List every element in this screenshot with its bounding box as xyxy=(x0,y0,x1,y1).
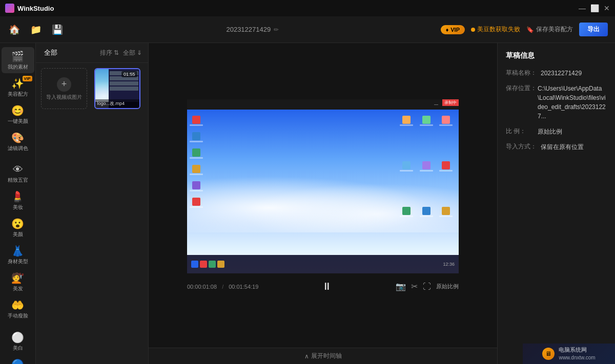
watermark: 🖥 电脑系统网 www.dnxtw.com xyxy=(523,344,615,364)
desktop-icon-3 xyxy=(189,146,203,161)
vip-button[interactable]: ♦ VIP xyxy=(441,25,465,34)
desktop-taskbar: 12:36 xyxy=(187,255,459,273)
main-area: 🎬 我的素材 VIP ✨ 美容配方 😊 一键美颜 🎨 滤镜调色 👁 精致五官 💄… xyxy=(0,43,615,364)
sidebar-item-features[interactable]: 👁 精致五官 xyxy=(2,161,34,186)
sidebar-item-beauty-recipe[interactable]: VIP ✨ 美容配方 xyxy=(2,74,34,100)
app-logo: WinkStudio xyxy=(5,4,54,13)
filter-icon: ⇓ xyxy=(137,49,142,56)
sidebar-item-my-media[interactable]: 🎬 我的素材 xyxy=(2,47,34,73)
current-time: 00:00:01:08 xyxy=(187,284,217,290)
pause-button[interactable]: ⏸ xyxy=(319,279,335,295)
draft-path-row: 保存位置： C:\Users\User\AppData\Local\WinkSt… xyxy=(506,84,607,121)
desktop-right-icon-2 xyxy=(419,114,434,128)
close-button[interactable]: ✕ xyxy=(604,5,610,11)
home-button[interactable]: 🏠 xyxy=(7,23,22,37)
draft-path-value: C:\Users\User\AppData\Local\WinkStudio\f… xyxy=(538,84,607,121)
save-draft-button[interactable]: 💾 xyxy=(50,23,65,37)
watermark-site: 电脑系统网 xyxy=(559,346,595,354)
export-button[interactable]: 导出 xyxy=(579,23,608,36)
preview-area: — □ ✕ 录制中 xyxy=(149,43,497,364)
desktop-icon-6 xyxy=(189,196,203,210)
crop-button[interactable]: ✂ xyxy=(411,282,418,291)
sidebar-item-whitening[interactable]: ⚪ 美白 xyxy=(2,328,34,354)
win-red-badge: 录制中 xyxy=(442,99,459,106)
sidebar-item-smoothing[interactable]: 🔵 磨皮 xyxy=(2,355,34,364)
win-minimize[interactable]: — xyxy=(434,102,440,107)
my-media-label: 我的素材 xyxy=(8,64,28,70)
toolbar-title: 202312271429 ✏ xyxy=(72,26,434,33)
desktop-right-icon-5 xyxy=(419,159,434,174)
whitening-label: 美白 xyxy=(13,345,23,351)
sidebar-item-makeup[interactable]: 💄 美妆 xyxy=(2,187,34,213)
sidebar-item-body[interactable]: 👗 身材美型 xyxy=(2,242,34,268)
desktop-right-icon-1 xyxy=(399,114,414,128)
watermark-icon: 🖥 xyxy=(542,348,555,360)
hair-label: 美发 xyxy=(13,286,23,292)
sidebar-item-slim-face[interactable]: 🤲 手动瘦脸 xyxy=(2,296,34,322)
features-icon: 👁 xyxy=(13,164,23,176)
fullscreen-button[interactable]: ⛶ xyxy=(423,282,431,291)
makeup-icon: 💄 xyxy=(11,190,24,203)
draft-info-title: 草稿信息 xyxy=(506,51,607,60)
smoothing-icon: 🔵 xyxy=(11,358,24,364)
media-tabs: 全部 排序 ⇅ 全部 ⇓ xyxy=(36,43,148,63)
tab-all[interactable]: 全部 xyxy=(42,47,59,58)
onekey-label: 一键美颜 xyxy=(8,118,28,124)
beauty-recipe-label: 美容配方 xyxy=(8,91,28,97)
desktop-right-icon-6 xyxy=(439,159,453,174)
video-window-bar: — □ ✕ 录制中 xyxy=(187,99,459,110)
maximize-button[interactable]: ⬜ xyxy=(591,5,598,11)
player-controls: 00:00:01:08 / 00:01:54:19 ⏸ 📷 ✂ ⛶ 原始比例 xyxy=(187,273,459,298)
draft-name-row: 草稿名称： 202312271429 xyxy=(506,69,607,78)
meimao-label: 美豆数获取失败 xyxy=(477,25,520,34)
filter-icon: 🎨 xyxy=(11,132,24,144)
sort-button[interactable]: 排序 ⇅ xyxy=(100,49,119,57)
desktop-icon-5 xyxy=(189,179,203,194)
draft-import-label: 导入方式： xyxy=(506,142,537,151)
folder-button[interactable]: 📁 xyxy=(29,23,43,37)
media-duration: 01:55 xyxy=(121,71,137,77)
sidebar-item-filter[interactable]: 🎨 滤镜调色 xyxy=(2,129,34,155)
media-item[interactable]: 01:55 logo...改.mp4 xyxy=(94,68,140,109)
window-controls: — ⬜ ✕ xyxy=(579,5,610,11)
makeup-label: 美妆 xyxy=(13,204,23,210)
sidebar-item-beauty[interactable]: 😮 美颜 xyxy=(2,215,34,241)
screenshot-button[interactable]: 📷 xyxy=(396,282,406,291)
sort-icon: ⇅ xyxy=(114,49,119,56)
meimao-button[interactable]: 美豆数获取失败 xyxy=(471,25,520,34)
slim-face-label: 手动瘦脸 xyxy=(8,313,28,319)
draft-title-text: 202312271429 xyxy=(226,26,271,33)
ratio-button[interactable]: 原始比例 xyxy=(436,283,459,290)
desktop-background: 12:36 xyxy=(187,110,459,273)
vip-diamond-icon: ♦ xyxy=(446,27,449,33)
draft-import-row: 导入方式： 保留在原有位置 xyxy=(506,142,607,152)
draft-info-panel: 草稿信息 草稿名称： 202312271429 保存位置： C:\Users\U… xyxy=(497,43,615,364)
save-recipe-button[interactable]: 🔖 保存美容配方 xyxy=(526,25,573,34)
desktop-right-icon-7 xyxy=(399,205,414,219)
features-label: 精致五官 xyxy=(8,177,28,183)
import-button[interactable]: + 导入视频或图片 xyxy=(41,68,87,109)
body-icon: 👗 xyxy=(11,245,24,257)
edit-title-icon[interactable]: ✏ xyxy=(274,26,279,33)
chevron-up-icon: ∧ xyxy=(304,353,309,360)
time-separator: / xyxy=(222,284,223,290)
draft-name-label: 草稿名称： xyxy=(506,69,537,77)
body-label: 身材美型 xyxy=(8,259,28,265)
sidebar-item-hair[interactable]: 💇 美发 xyxy=(2,269,34,295)
timeline-toggle[interactable]: ∧ 展开时间轴 xyxy=(149,348,497,364)
vip-label: VIP xyxy=(450,27,460,33)
hair-icon: 💇 xyxy=(11,272,24,284)
sidebar-item-onekey-beauty[interactable]: 😊 一键美颜 xyxy=(2,101,34,127)
titlebar: WinkStudio — ⬜ ✕ xyxy=(0,0,615,16)
save-icon: 🔖 xyxy=(526,26,534,33)
total-time: 00:01:54:19 xyxy=(229,284,258,290)
plus-icon: + xyxy=(57,77,71,92)
draft-ratio-row: 比 例： 原始比例 xyxy=(506,127,607,136)
watermark-text: 电脑系统网 www.dnxtw.com xyxy=(559,346,595,361)
vip-tag: VIP xyxy=(23,76,32,81)
minimize-button[interactable]: — xyxy=(579,5,585,11)
sort-label: 排序 xyxy=(100,49,112,57)
toolbar-right: ♦ VIP 美豆数获取失败 🔖 保存美容配方 导出 xyxy=(441,23,608,36)
meimao-dot-icon xyxy=(471,28,475,32)
filter-button[interactable]: 全部 ⇓ xyxy=(123,49,142,57)
